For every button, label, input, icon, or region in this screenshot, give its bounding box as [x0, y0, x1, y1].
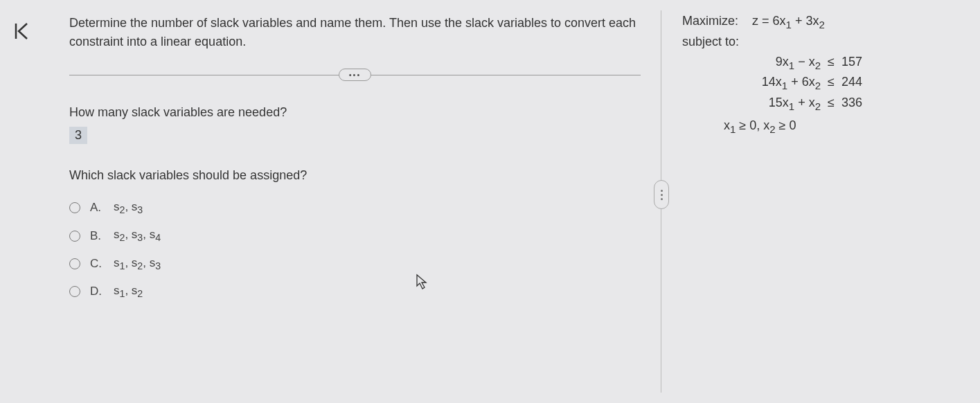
radio-icon	[69, 202, 80, 213]
divider	[371, 75, 641, 75]
option-letter: D.	[90, 285, 107, 298]
option-c[interactable]: C. s1, s2, s3	[69, 256, 641, 271]
subject-to-label: subject to:	[682, 35, 959, 49]
radio-icon	[69, 231, 80, 242]
constraint-1: 9x1 − x2 ≤ 157	[745, 55, 959, 71]
options-group: A. s2, s3 B. s2, s3, s4 C. s1, s2, s3 D.…	[69, 200, 641, 300]
option-a[interactable]: A. s2, s3	[69, 200, 641, 215]
radio-icon	[69, 286, 80, 297]
option-letter: B.	[90, 229, 107, 243]
option-b[interactable]: B. s2, s3, s4	[69, 228, 641, 243]
constraint-3: 15x1 + x2 ≤ 336	[745, 96, 959, 112]
expand-button[interactable]: •••	[339, 69, 372, 81]
divider	[69, 75, 339, 75]
problem-data-panel: Maximize: z = 6x1 + 3x2 subject to: 9x1 …	[661, 0, 980, 403]
back-arrow-icon	[10, 21, 31, 42]
constraint-2: 14x1 + 6x2 ≤ 244	[745, 75, 959, 91]
drag-handle[interactable]	[654, 180, 669, 209]
radio-icon	[69, 258, 80, 269]
option-d[interactable]: D. s1, s2	[69, 284, 641, 299]
option-text: s1, s2	[114, 284, 143, 299]
question-slack-count: How many slack variables are needed?	[69, 105, 641, 120]
problem-instructions: Determine the number of slack variables …	[69, 14, 641, 51]
objective-function: z = 6x1 + 3x2	[752, 14, 825, 30]
option-letter: A.	[90, 201, 107, 215]
option-text: s2, s3, s4	[114, 228, 161, 243]
slack-count-input[interactable]: 3	[69, 127, 87, 144]
nonnegativity: x1 ≥ 0, x2 ≥ 0	[724, 118, 959, 135]
option-text: s2, s3	[114, 200, 143, 215]
back-button[interactable]	[0, 0, 42, 403]
question-slack-names: Which slack variables should be assigned…	[69, 168, 641, 183]
maximize-label: Maximize:	[682, 14, 738, 30]
option-text: s1, s2, s3	[114, 256, 161, 271]
option-letter: C.	[90, 257, 107, 271]
